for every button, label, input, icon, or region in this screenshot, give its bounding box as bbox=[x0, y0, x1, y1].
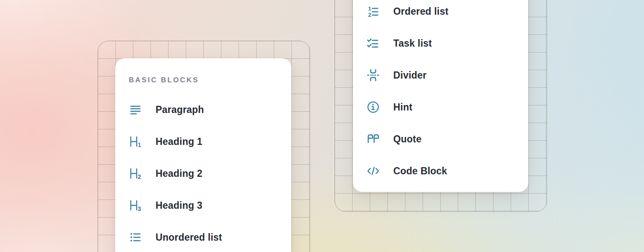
heading-1-icon: 1 bbox=[129, 135, 142, 148]
menu-item-divider[interactable]: Divider bbox=[353, 59, 528, 91]
divider-icon bbox=[366, 68, 380, 82]
svg-text:2: 2 bbox=[138, 173, 141, 180]
menu-item-label: Ordered list bbox=[393, 6, 449, 17]
ordered-list-icon: 12 bbox=[366, 5, 380, 18]
menu-item-label: Heading 1 bbox=[156, 136, 203, 147]
menu-item-heading-1[interactable]: 1 Heading 1 bbox=[115, 126, 291, 158]
menu-item-label: Heading 2 bbox=[156, 168, 203, 179]
menu-item-label: Hint bbox=[393, 102, 413, 113]
svg-text:2: 2 bbox=[368, 12, 371, 18]
insert-blocks-list: 12 Ordered list Task list Divider bbox=[353, 0, 528, 187]
menu-item-code-block[interactable]: Code Block bbox=[353, 155, 528, 187]
section-label-basic-blocks: BASIC BLOCKS bbox=[129, 76, 291, 84]
menu-item-label: Quote bbox=[393, 134, 421, 145]
unordered-list-icon bbox=[129, 231, 142, 244]
menu-item-paragraph[interactable]: Paragraph bbox=[115, 94, 291, 126]
code-block-icon bbox=[366, 164, 380, 178]
menu-item-label: Heading 3 bbox=[156, 200, 203, 211]
menu-item-label: Divider bbox=[393, 70, 426, 81]
heading-2-icon: 2 bbox=[129, 167, 142, 180]
menu-item-label: Unordered list bbox=[156, 232, 222, 243]
menu-item-task-list[interactable]: Task list bbox=[353, 27, 528, 59]
svg-text:3: 3 bbox=[138, 205, 141, 212]
menu-item-unordered-list[interactable]: Unordered list bbox=[115, 221, 291, 252]
menu-item-label: Paragraph bbox=[156, 104, 204, 116]
menu-item-label: Code Block bbox=[393, 165, 447, 177]
menu-item-heading-2[interactable]: 2 Heading 2 bbox=[115, 158, 291, 189]
task-list-icon bbox=[366, 37, 380, 50]
paragraph-icon bbox=[129, 103, 142, 116]
svg-text:1: 1 bbox=[368, 5, 371, 12]
insert-blocks-menu: 12 Ordered list Task list Divider bbox=[353, 0, 528, 192]
quote-icon bbox=[366, 132, 380, 146]
basic-blocks-menu: BASIC BLOCKS Paragraph 1 Heading 1 2 Hea… bbox=[115, 58, 291, 252]
basic-blocks-list: Paragraph 1 Heading 1 2 Heading 2 3 Head… bbox=[115, 94, 291, 252]
menu-item-quote[interactable]: Quote bbox=[353, 123, 528, 155]
svg-text:1: 1 bbox=[138, 142, 141, 148]
menu-item-ordered-list[interactable]: 12 Ordered list bbox=[353, 0, 528, 27]
heading-3-icon: 3 bbox=[129, 199, 142, 212]
hint-icon bbox=[366, 100, 380, 114]
menu-item-hint[interactable]: Hint bbox=[353, 91, 528, 123]
menu-item-heading-3[interactable]: 3 Heading 3 bbox=[115, 189, 291, 221]
menu-item-label: Task list bbox=[393, 38, 432, 49]
